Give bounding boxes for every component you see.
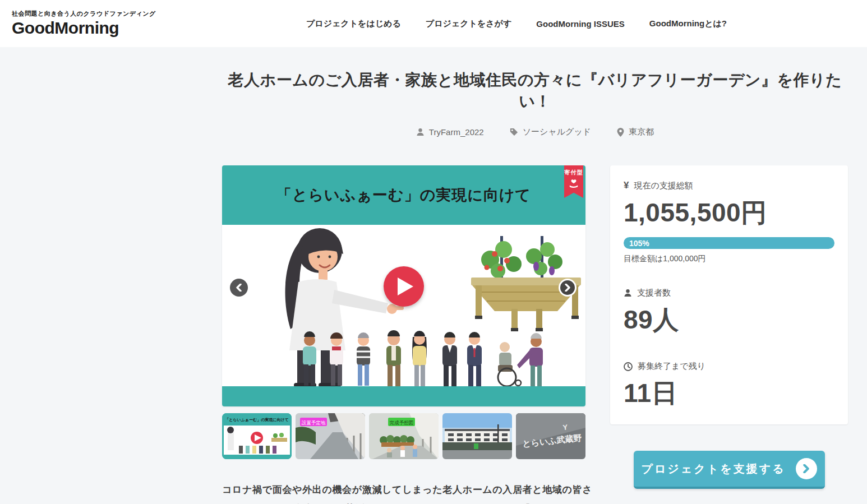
hand-heart-icon (569, 178, 579, 188)
total-label-row: ¥ 現在の支援総額 (624, 180, 834, 191)
days-left: 11日 (624, 376, 834, 411)
nav-about[interactable]: GoodMorningとは? (649, 19, 727, 29)
owner-name: TryFarm_2022 (429, 127, 484, 137)
arrow-right-icon (796, 458, 817, 479)
supporters-label: 支援者数 (637, 288, 671, 298)
supporters-label-row: 支援者数 (624, 288, 834, 298)
thumb-video-caption: 「とらいふぁーむ」の実現に向けて (225, 417, 289, 422)
page-title: 老人ホームのご入居者・家族と地域住民の方々に『バリアフリーガーデン』を作りたい！ (222, 70, 848, 112)
clock-icon (624, 362, 633, 371)
nav-start-project[interactable]: プロジェクトをはじめる (306, 19, 401, 29)
progress-bar: 105% (624, 237, 834, 249)
person-icon (416, 128, 425, 136)
yen-icon: ¥ (624, 180, 629, 191)
progress-percent: 105% (624, 239, 649, 248)
thumb3-label: 完成予想図 (390, 420, 414, 426)
thumbnail-signage-photo[interactable]: Y とらいふ武蔵野 (516, 413, 585, 459)
total-label: 現在の支援総額 (634, 181, 693, 191)
hero-video-slide: 「とらいふぁーむ」の実現に向けて (222, 165, 585, 406)
nav-issues[interactable]: GoodMorning ISSUES (536, 19, 625, 29)
nav-find-project[interactable]: プロジェクトをさがす (426, 19, 512, 29)
project-owner-link[interactable]: TryFarm_2022 (416, 127, 484, 137)
map-pin-icon (617, 128, 624, 137)
main-nav: プロジェクトをはじめる プロジェクトをさがす GoodMorning ISSUE… (306, 19, 727, 29)
carousel-prev-button[interactable] (230, 279, 248, 297)
tag-icon (510, 128, 518, 136)
deadline-label: 募集終了まで残り (638, 361, 705, 372)
thumb2-label: 設置予定地 (302, 420, 326, 426)
project-location-link[interactable]: 東京都 (617, 127, 654, 137)
logo-tagline: 社会問題と向き合う人のクラウドファンディング (12, 10, 156, 18)
carousel-next-button[interactable] (559, 279, 577, 297)
site-logo[interactable]: 社会問題と向き合う人のクラウドファンディング GoodMorning (12, 10, 156, 38)
project-category-link[interactable]: ソーシャルグッド (510, 127, 591, 137)
goal-text: 目標金額は1,000,000円 (624, 254, 834, 264)
thumbnail-video[interactable]: 「とらいふぁーむ」の実現に向けて (222, 413, 292, 459)
project-description: コロナ禍で面会や外出の機会が激減してしまった老人ホームの入居者と地域の皆さんに、… (222, 480, 592, 504)
play-icon (398, 278, 413, 295)
chevron-right-icon (564, 284, 571, 292)
page-body: 老人ホームのご入居者・家族と地域住民の方々に『バリアフリーガーデン』を作りたい！… (0, 47, 867, 504)
site-header: 社会問題と向き合う人のクラウドファンディング GoodMorning プロジェク… (0, 0, 867, 47)
video-play-button[interactable] (384, 266, 424, 307)
total-amount: 1,055,500円 (624, 196, 834, 230)
chevron-left-icon (236, 284, 242, 292)
category-name: ソーシャルグッド (523, 127, 591, 137)
support-project-button[interactable]: プロジェクトを支援する (634, 451, 825, 489)
logo-name: GoodMorning (12, 19, 156, 38)
funding-stats-card: ¥ 現在の支援総額 1,055,500円 105% 目標金額は1,000,000… (610, 165, 848, 424)
person-icon (624, 289, 632, 297)
woman-figure (285, 228, 404, 387)
donation-type-label: 寄付型 (565, 169, 583, 177)
hero-ground-strip (222, 386, 585, 406)
thumbnail-rendering-photo[interactable]: 完成予想図 (369, 413, 439, 459)
project-meta: TryFarm_2022 ソーシャルグッド 東京都 (222, 127, 848, 137)
support-button-label: プロジェクトを支援する (641, 461, 785, 477)
deadline-label-row: 募集終了まで残り (624, 361, 834, 372)
supporters-count: 89人 (624, 303, 834, 337)
thumbnail-building-photo[interactable] (442, 413, 512, 459)
thumbnail-site-photo[interactable]: 設置予定地 (296, 413, 365, 459)
location-name: 東京都 (629, 127, 654, 137)
people-figures (303, 330, 543, 386)
carousel-thumbnails: 「とらいふぁーむ」の実現に向けて (222, 413, 585, 459)
